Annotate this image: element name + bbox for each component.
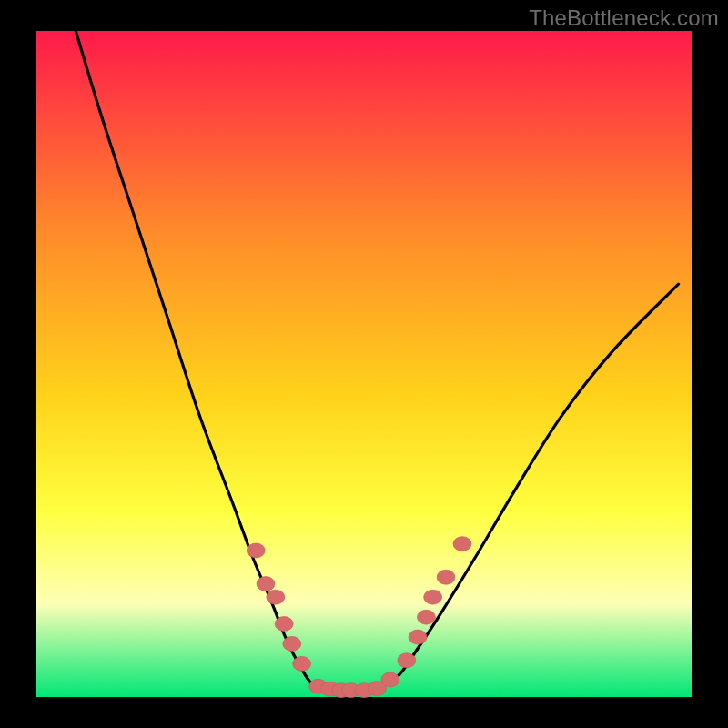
- curve-marker: [398, 653, 416, 668]
- curve-marker: [424, 590, 442, 604]
- curve-marker: [409, 630, 427, 644]
- curve-marker: [283, 636, 301, 651]
- curve-marker: [257, 577, 275, 592]
- bottleneck-chart: [0, 0, 728, 728]
- curve-marker: [437, 570, 455, 584]
- curve-marker: [417, 610, 435, 624]
- curve-marker: [293, 656, 311, 671]
- gradient-plot-area: [36, 31, 692, 697]
- curve-marker: [453, 537, 471, 551]
- watermark-text: TheBottleneck.com: [529, 5, 719, 31]
- curve-marker: [275, 616, 293, 631]
- curve-marker: [247, 543, 265, 558]
- curve-marker: [267, 590, 285, 604]
- curve-marker: [381, 672, 399, 687]
- chart-container: TheBottleneck.com: [0, 0, 728, 728]
